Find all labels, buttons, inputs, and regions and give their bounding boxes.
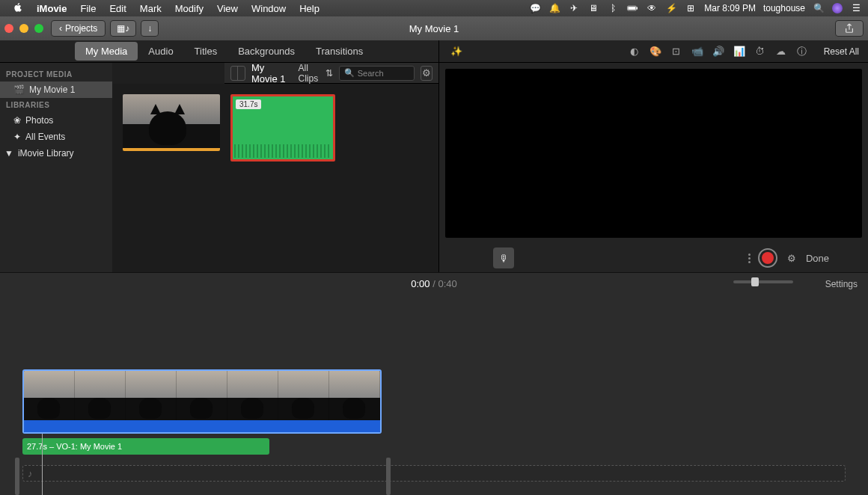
menu-edit[interactable]: Edit: [103, 3, 132, 14]
timeline-voiceover-clip[interactable]: 27.7s – VO-1: My Movie 1: [22, 438, 269, 455]
app-menu[interactable]: iMovie: [30, 3, 73, 14]
clip-filter-button[interactable]: ☁: [773, 43, 789, 60]
search-input[interactable]: 🔍 Search: [339, 66, 415, 81]
location-icon[interactable]: ✈: [568, 2, 580, 14]
clip-filter-label: All Clips: [299, 63, 323, 84]
sidebar-item-photos[interactable]: ❀ Photos: [0, 112, 112, 129]
speed-button[interactable]: ⏱: [752, 43, 768, 60]
reset-all-button[interactable]: Reset All: [824, 46, 859, 57]
voiceover-options-button[interactable]: ⚙: [785, 251, 798, 265]
timecode-display: 0:00 / 0:40: [411, 278, 457, 289]
control-center-icon[interactable]: ☰: [850, 2, 862, 14]
clip-duration-badge: 31.7s: [236, 99, 261, 109]
clapper-icon: 🎬: [13, 84, 25, 95]
display-icon[interactable]: 🖥: [587, 2, 599, 14]
sidebar-photos-label: Photos: [25, 115, 53, 126]
apple-menu[interactable]: [6, 2, 30, 15]
zoom-button[interactable]: [34, 24, 43, 33]
video-clip-thumbnail[interactable]: [123, 94, 220, 151]
tab-transitions[interactable]: Transitions: [305, 42, 373, 61]
notifications-icon[interactable]: 🔔: [548, 2, 560, 14]
menu-view[interactable]: View: [210, 3, 245, 14]
sidebar-allevents-label: All Events: [25, 132, 65, 142]
drag-handle-icon[interactable]: [748, 253, 751, 263]
view-mode-button[interactable]: ▦♪: [110, 20, 136, 37]
sidebar-item-allevents[interactable]: ✦ All Events: [0, 129, 112, 145]
preview-viewer[interactable]: [445, 69, 862, 238]
battery-icon[interactable]: [626, 2, 638, 14]
menu-modify[interactable]: Modify: [168, 3, 210, 14]
music-note-icon: ♪: [28, 468, 33, 479]
close-button[interactable]: [4, 24, 13, 33]
color-correction-button[interactable]: 🎨: [647, 43, 664, 60]
share-icon: [844, 23, 855, 34]
menu-file[interactable]: File: [73, 3, 103, 14]
timecode-current: 0:00: [411, 278, 430, 289]
clip-trim-handle-right[interactable]: [386, 458, 391, 495]
media-tabs: My Media Audio Titles Backgrounds Transi…: [0, 40, 438, 63]
browser-title: My Movie 1: [251, 62, 292, 84]
tab-my-media[interactable]: My Media: [75, 42, 138, 61]
waveform-icon: [234, 144, 331, 158]
wechat-icon[interactable]: 💬: [529, 2, 541, 14]
disclosure-triangle-icon[interactable]: ▼: [4, 148, 13, 159]
audio-clip-thumbnail[interactable]: 31.7s: [230, 94, 335, 162]
timeline[interactable]: 27.7s – VO-1: My Movie 1 ♪: [0, 369, 868, 495]
done-button[interactable]: Done: [806, 253, 829, 264]
siri-icon[interactable]: [832, 3, 843, 13]
share-button[interactable]: [835, 20, 864, 37]
timeline-music-well[interactable]: ♪: [22, 465, 846, 482]
window-toolbar: ‹ Projects ▦♪ ↓ My Movie 1: [0, 16, 868, 40]
menubar-user[interactable]: toughouse: [763, 3, 805, 13]
noise-eq-button[interactable]: 📊: [731, 43, 748, 60]
chevron-left-icon: ‹: [59, 23, 62, 34]
voiceover-mic-button[interactable]: 🎙: [493, 248, 514, 268]
sidebar-item-project[interactable]: 🎬 My Movie 1: [0, 82, 112, 98]
record-button[interactable]: [758, 248, 777, 268]
magic-wand-button[interactable]: ✨: [448, 43, 465, 60]
import-button[interactable]: ↓: [141, 20, 159, 37]
sidebar-project-label: My Movie 1: [29, 84, 75, 95]
menu-window[interactable]: Window: [245, 3, 293, 14]
browser-options-button[interactable]: ⚙: [421, 66, 433, 81]
sidebar-library-label: iMovie Library: [18, 148, 74, 159]
bluetooth-icon[interactable]: ᛒ: [607, 2, 619, 14]
mic-icon: 🎙: [499, 253, 509, 264]
minimize-button[interactable]: [19, 24, 28, 33]
svg-rect-2: [637, 7, 638, 9]
menubar-datetime[interactable]: Mar 8:09 PM: [704, 3, 756, 13]
star-icon: ✦: [13, 132, 21, 142]
tab-titles[interactable]: Titles: [184, 42, 228, 61]
clip-trim-handle-left[interactable]: [15, 458, 19, 495]
back-projects-button[interactable]: ‹ Projects: [51, 20, 106, 37]
menu-mark[interactable]: Mark: [133, 3, 168, 14]
timeline-header: 0:00 / 0:40 Settings: [0, 272, 868, 295]
color-balance-button[interactable]: ◐: [626, 43, 643, 60]
zoom-slider[interactable]: [733, 280, 793, 283]
search-placeholder: Search: [358, 69, 384, 78]
volume-button[interactable]: 🔊: [710, 43, 727, 60]
info-button[interactable]: ⓘ: [794, 43, 810, 60]
sidebar-toggle-button[interactable]: [230, 66, 245, 81]
sidebar-item-library[interactable]: ▼ iMovie Library: [0, 145, 112, 162]
back-label: Projects: [65, 23, 97, 34]
spotlight-icon[interactable]: 🔍: [813, 2, 825, 14]
adjustments-toolbar: ✨ ◐ 🎨 ⊡ 📹 🔊 📊 ⏱ ☁ ⓘ Reset All: [439, 40, 868, 63]
tab-audio[interactable]: Audio: [138, 42, 183, 61]
keyboard-icon[interactable]: ⊞: [685, 2, 697, 14]
timeline-settings-button[interactable]: Settings: [825, 279, 858, 289]
tab-backgrounds[interactable]: Backgrounds: [227, 42, 305, 61]
macos-menubar: iMovie File Edit Mark Modify View Window…: [0, 0, 868, 16]
timecode-duration: 0:40: [438, 278, 456, 289]
window-title: My Movie 1: [409, 23, 459, 34]
photos-icon: ❀: [13, 115, 21, 126]
stabilization-button[interactable]: 📹: [689, 43, 706, 60]
power-icon[interactable]: ⚡: [665, 2, 677, 14]
clip-filter-dropdown[interactable]: All Clips ⇅: [299, 63, 333, 84]
eye-icon[interactable]: 👁: [646, 2, 658, 14]
clip-audio-waveform: [24, 420, 380, 432]
menu-help[interactable]: Help: [293, 3, 326, 14]
timeline-video-clip[interactable]: [22, 369, 382, 434]
crop-button[interactable]: ⊡: [668, 43, 685, 60]
sidebar: PROJECT MEDIA 🎬 My Movie 1 LIBRARIES ❀ P…: [0, 63, 112, 272]
